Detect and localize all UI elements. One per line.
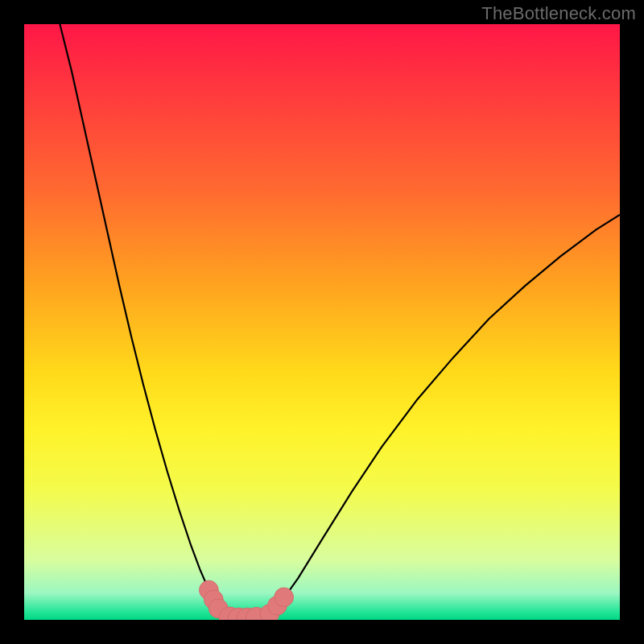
data-marker	[275, 588, 294, 607]
chart-svg	[24, 24, 620, 620]
gradient-background	[24, 24, 620, 620]
plot-area	[24, 24, 620, 620]
chart-frame: TheBottleneck.com	[0, 0, 644, 644]
watermark-text: TheBottleneck.com	[481, 3, 636, 24]
